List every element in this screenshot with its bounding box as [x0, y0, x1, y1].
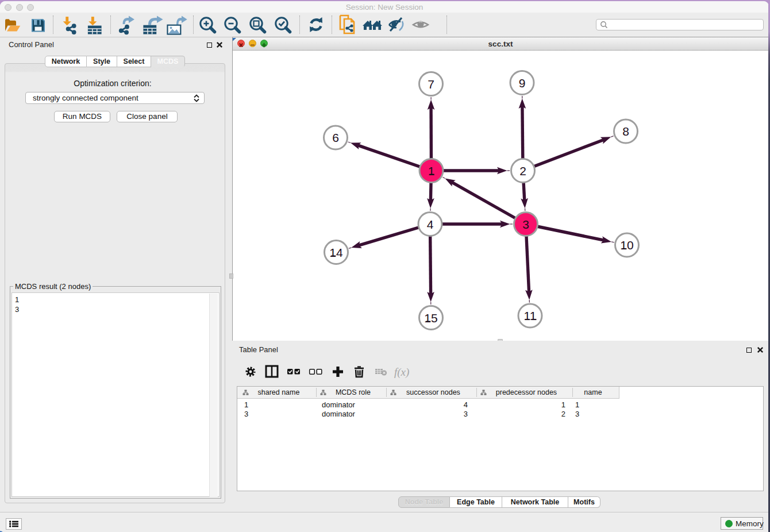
svg-text:11: 11	[524, 309, 537, 322]
svg-text:15: 15	[424, 311, 437, 325]
svg-text:2: 2	[519, 164, 526, 178]
svg-text:1: 1	[428, 164, 435, 178]
svg-text:14: 14	[329, 246, 343, 259]
svg-text:10: 10	[620, 238, 633, 252]
svg-text:4: 4	[427, 218, 434, 231]
svg-text:7: 7	[428, 78, 434, 91]
svg-text:8: 8	[622, 125, 629, 138]
svg-text:3: 3	[522, 218, 529, 231]
svg-text:9: 9	[519, 76, 526, 90]
svg-text:6: 6	[332, 131, 339, 144]
